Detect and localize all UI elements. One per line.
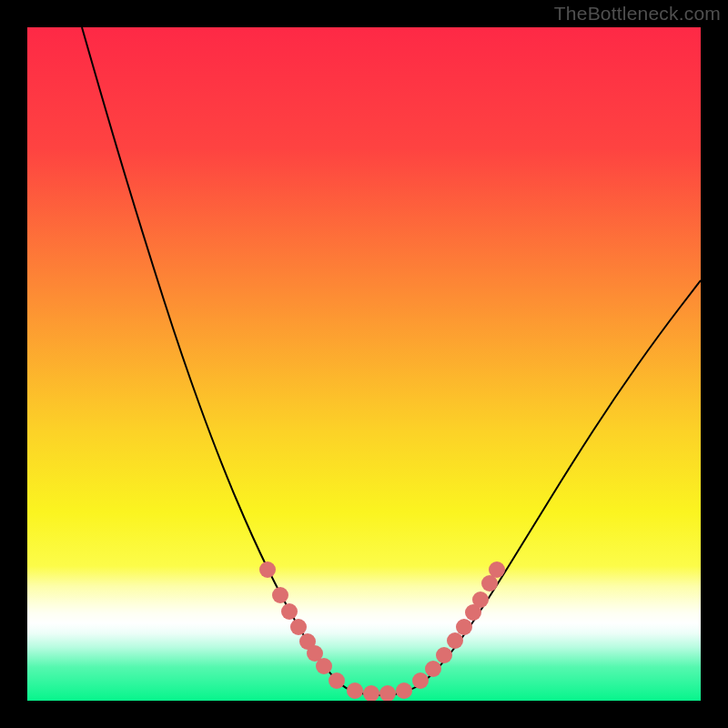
data-dot: [259, 561, 276, 578]
data-dot: [379, 685, 396, 701]
dots-group: [259, 561, 505, 701]
data-dot: [472, 592, 489, 608]
data-dot: [412, 672, 429, 689]
data-dot: [489, 561, 505, 578]
data-dot: [363, 685, 379, 701]
data-dot: [281, 603, 298, 620]
plot-frame: [27, 27, 701, 701]
bottleneck-curve: [82, 27, 701, 695]
chart-svg: [27, 27, 701, 701]
data-dot: [456, 619, 472, 635]
data-dot: [290, 619, 307, 635]
data-dot: [447, 632, 463, 649]
data-dot: [436, 647, 452, 663]
data-dot: [347, 682, 363, 699]
data-dot: [425, 661, 441, 677]
data-dot: [316, 658, 332, 674]
watermark-text: TheBottleneck.com: [554, 3, 721, 25]
data-dot: [272, 587, 288, 603]
data-dot: [329, 672, 345, 689]
data-dot: [396, 682, 412, 699]
